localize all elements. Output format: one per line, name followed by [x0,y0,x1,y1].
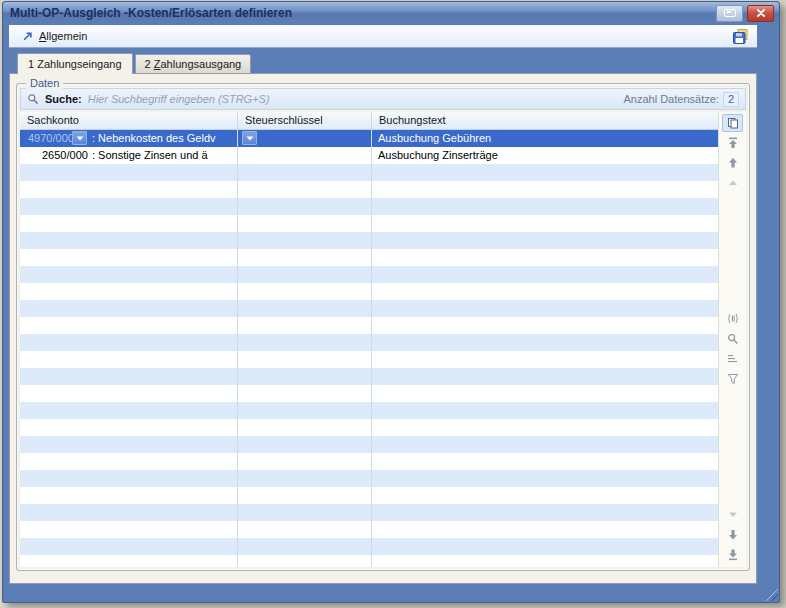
close-button[interactable] [747,5,774,22]
table-cell [238,487,372,504]
filter-icon [727,373,739,385]
table-cell [238,283,372,300]
table-cell [238,249,372,266]
booking-text: Ausbuchung Gebühren [372,130,718,144]
move-to-top-button[interactable] [722,134,743,152]
magnifier-button[interactable] [722,330,743,348]
move-down-button[interactable] [722,526,743,544]
table-cell [238,300,372,317]
table-cell [238,198,372,215]
table-cell [372,334,718,351]
table-row-empty [20,181,718,198]
autosize-columns-button[interactable] [722,310,743,328]
table-row-empty [20,419,718,436]
table-cell [238,317,372,334]
table-cell [20,504,238,521]
record-count-label: Anzahl Datensätze: [623,93,718,105]
table-cell [372,249,718,266]
scroll-down-icon [727,509,739,521]
save-button[interactable] [729,27,751,46]
table-row-empty [20,385,718,402]
side-toolbar [718,112,746,567]
table-cell [20,453,238,470]
tab-zahlungsausgang[interactable]: 2 Zahlungsausgang [135,54,252,73]
table-cell [20,436,238,453]
table-row-empty [20,351,718,368]
table-cell [238,521,372,538]
app-window: Multi-OP-Ausgleich -Kosten/Erlösarten de… [2,1,780,603]
move-to-bottom-button[interactable] [722,546,743,564]
window-body: Allgemein 1 Zahlungseingang 2 Zahlungsau… [9,24,757,584]
table-cell [372,164,718,181]
scroll-down-button[interactable] [722,506,743,524]
table-cell [20,402,238,419]
table-cell [238,368,372,385]
scroll-up-button[interactable] [722,174,743,192]
search-bar[interactable]: Suche: Hier Suchbegriff eingeben (STRG+S… [20,88,746,110]
table-row-empty [20,470,718,487]
table-cell [372,283,718,300]
table-cell [372,555,718,567]
window-title: Multi-OP-Ausgleich -Kosten/Erlösarten de… [10,6,712,20]
record-count: Anzahl Datensätze: 2 [623,92,739,107]
grid-rows: 4970/000: Nebenkosten des GeldvAusbuchun… [20,130,718,567]
table-cell [372,538,718,555]
table-cell [238,385,372,402]
resize-grip[interactable] [765,588,778,601]
menu-bar: Allgemein [9,25,757,48]
table-cell [372,266,718,283]
account-dropdown-button[interactable] [72,131,87,145]
table-row[interactable]: 2650/000: Sonstige Zinsen und äAusbuchun… [20,147,718,164]
groupbox-label: Daten [26,77,63,89]
table-cell [372,436,718,453]
table-cell [372,232,718,249]
restore-button[interactable] [716,5,743,22]
table-cell [20,334,238,351]
table-row-empty [20,368,718,385]
move-to-top-icon [727,137,739,149]
table-cell [372,402,718,419]
table-row-empty [20,555,718,567]
table-row[interactable]: 4970/000: Nebenkosten des GeldvAusbuchun… [20,130,718,147]
table-cell [20,351,238,368]
grid-header: Sachkonto Steuerschlüssel Buchungstext [20,112,718,130]
table-cell: 4970/000: Nebenkosten des Geldv [20,130,238,147]
tax-dropdown-button[interactable] [242,131,257,145]
table-cell [372,351,718,368]
search-placeholder[interactable]: Hier Suchbegriff eingeben (STRG+S) [88,93,618,105]
table-cell [238,436,372,453]
table-row-empty [20,436,718,453]
dropdown-arrow-icon [246,136,254,141]
copy-icon [727,117,739,129]
column-header-steuerschluessel[interactable]: Steuerschlüssel [238,112,372,129]
account-value: 2650/000 [42,149,88,161]
sort-button[interactable] [722,350,743,368]
table-row-empty [20,402,718,419]
title-bar[interactable]: Multi-OP-Ausgleich -Kosten/Erlösarten de… [3,2,779,24]
table-cell [20,266,238,283]
tab-strip: 1 Zahlungseingang 2 Zahlungsausgang [9,48,757,73]
table-cell [238,232,372,249]
daten-groupbox: Daten Suche: Hier Suchbegriff eingeben (… [16,83,750,571]
dropdown-arrow-icon [76,136,84,141]
copy-button[interactable] [722,114,743,132]
menu-allgemein[interactable]: Allgemein [15,28,94,44]
table-cell [20,538,238,555]
table-cell [20,215,238,232]
table-cell [238,164,372,181]
booking-text: Ausbuchung Zinserträge [372,147,718,161]
column-header-sachkonto[interactable]: Sachkonto [20,112,238,129]
table-cell [238,181,372,198]
table-cell [238,419,372,436]
table-cell [238,351,372,368]
table-row-empty [20,504,718,521]
tab-zahlungseingang[interactable]: 1 Zahlungseingang [17,53,133,74]
table-cell [20,487,238,504]
table-cell [372,385,718,402]
table-row-empty [20,334,718,351]
table-cell: Ausbuchung Gebühren [372,130,718,147]
table-row-empty [20,283,718,300]
move-up-button[interactable] [722,154,743,172]
filter-button[interactable] [722,370,743,388]
column-header-buchungstext[interactable]: Buchungstext [372,112,718,129]
